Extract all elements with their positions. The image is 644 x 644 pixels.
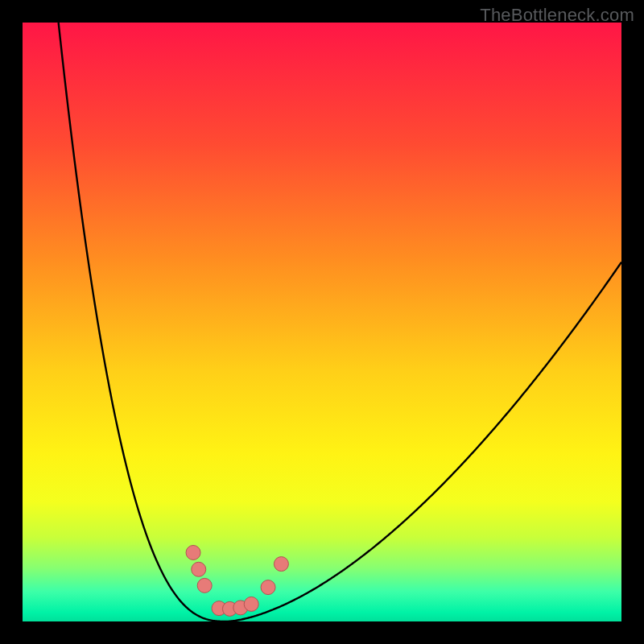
data-marker [244, 597, 258, 611]
chart-background [23, 23, 621, 621]
watermark-text: TheBottleneck.com [480, 5, 634, 26]
data-marker [274, 557, 288, 572]
data-marker [197, 578, 212, 592]
data-marker [186, 545, 200, 559]
bottleneck-chart [23, 23, 621, 621]
data-marker [261, 580, 275, 595]
data-marker [192, 562, 206, 576]
